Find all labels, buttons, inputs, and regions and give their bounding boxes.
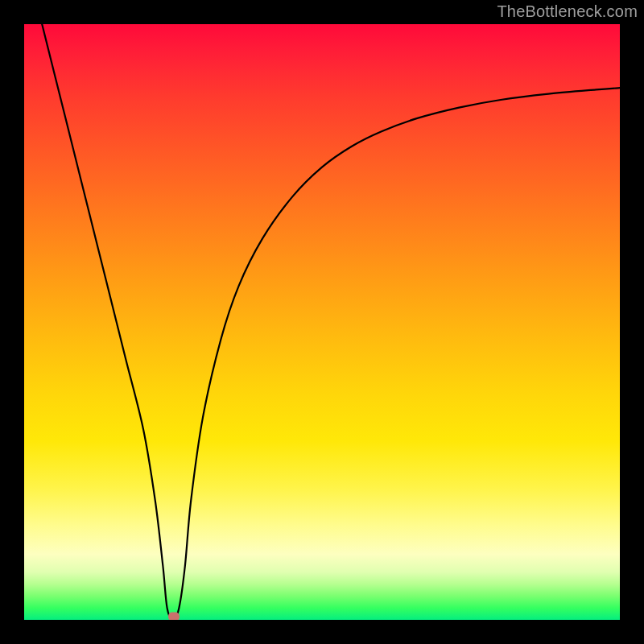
watermark-text: TheBottleneck.com (497, 2, 638, 21)
plot-area (24, 24, 620, 620)
optimal-point-marker (168, 613, 180, 620)
curve-layer (24, 24, 620, 620)
bottleneck-curve (42, 24, 620, 620)
chart-frame: TheBottleneck.com (0, 0, 644, 644)
